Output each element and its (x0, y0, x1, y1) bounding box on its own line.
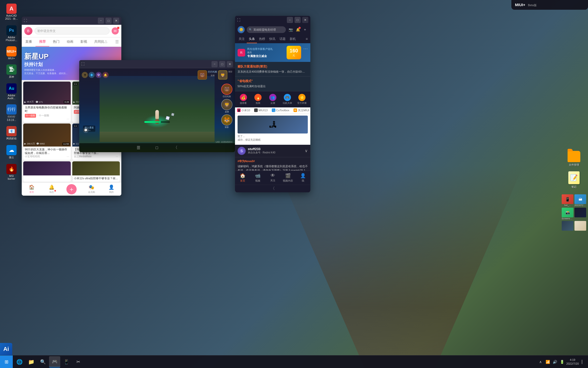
miui-nav-video-btn[interactable]: 📹 视频 (250, 172, 265, 184)
desktop-icon-xingxing[interactable]: 行行 行行行3.8.19... (1, 103, 22, 122)
miui-shortcut-test[interactable]: 👥 众测 (266, 93, 279, 106)
game-maximize-btn[interactable]: □ (219, 61, 225, 67)
miui-tab-topic[interactable]: 话题 (277, 35, 288, 43)
screenshot-5[interactable] (562, 221, 573, 231)
screenshot-1[interactable]: 📱 hot_... (562, 194, 573, 207)
miui-app-tab-follow-miui[interactable]: 👁 关注MIUI (291, 107, 310, 113)
game-menu-btn[interactable]: ☰ (137, 145, 140, 150)
game-enemy-portrait-3[interactable]: 🐯 (221, 114, 232, 126)
miui-shortcut-review[interactable]: ⭐ 官方评测 (295, 93, 309, 106)
bili-nav-vip[interactable]: 🎭 会员购 (81, 184, 101, 194)
taskbar-phone[interactable]: 📱 (61, 356, 72, 367)
game-skill-4[interactable]: 🔔 (102, 72, 109, 78)
tray-volume-icon[interactable]: 🔊 (552, 359, 558, 365)
taskbar-clock[interactable]: 4:19 2022/7/20 (566, 358, 579, 365)
miui-add-icon[interactable]: ＋ (302, 27, 308, 32)
game-home-btn[interactable]: □ (156, 146, 158, 150)
miui-chat-collapse-btn[interactable]: ∨ (305, 148, 308, 153)
bili-tab-resist[interactable]: 共同抗△ (91, 37, 111, 47)
miui-tab-flash[interactable]: 快讯 (267, 35, 277, 43)
bili-video-card-5[interactable] (23, 161, 71, 182)
miui-nav-follow-btn[interactable]: 👁 关注 (265, 172, 280, 184)
miui-app-tab-miui13[interactable]: ⬛ MIUI13 (252, 107, 269, 113)
miui-tab-follow[interactable]: 关注 (237, 35, 247, 43)
bili-video-card-3[interactable]: ▶266.5万 💬6992 11:55 98斤的巨大龙羹，神小伙一顿操作猛如虎，… (23, 124, 71, 160)
taskbar-search[interactable]: 🔍 (37, 356, 49, 367)
desktop-icon-file-manager[interactable]: 文件管理 (565, 151, 583, 169)
game-chat-bubble[interactable]: 💬 (83, 127, 89, 133)
bili-tab-hot[interactable]: 热门 (49, 37, 63, 47)
miui-window-back-btn[interactable]: 〈 (271, 186, 275, 191)
bili-nav-dynamic[interactable]: 🔔 动态 (42, 184, 62, 194)
miui-minimize-btn[interactable]: － (287, 17, 293, 23)
win-expand-icon-miui[interactable]: ⛶ (237, 18, 240, 22)
bili-tab-film[interactable]: 影视 (77, 37, 91, 47)
taskbar-snip[interactable]: ✂ (73, 356, 84, 367)
desktop-icon-weiyun[interactable]: ☁ 微云 (1, 144, 22, 160)
miui-article-1[interactable]: 🏞 觉了...成功，保证充足睡眠 (235, 114, 310, 144)
miui-nav-home-btn[interactable]: 🏠 首页 (235, 172, 250, 184)
bili-tab-live[interactable]: 直播 (22, 37, 36, 47)
desktop-icon-email[interactable]: 📧 网易邮箱 (1, 125, 22, 141)
win-expand-icon[interactable]: ⛶ (24, 19, 27, 23)
miui-close-btn[interactable]: ✕ (302, 17, 308, 23)
bili-nav-add[interactable]: ＋ (62, 184, 81, 194)
game-close-btn[interactable]: ✕ (227, 61, 233, 67)
game-back-btn[interactable]: 〈 (173, 145, 178, 150)
desktop-icon-msiburner[interactable]: 🔥 MSIburner (1, 163, 22, 181)
taskbar-explorer[interactable]: 📁 (26, 356, 37, 367)
bili-user-avatar[interactable]: B (24, 27, 32, 35)
bili-search-bar[interactable]: 初中语文作文 (34, 27, 110, 35)
win-expand-icon-game[interactable]: ⛶ (81, 62, 85, 66)
desktop-icon-audition[interactable]: Au AdobeAudit... (1, 82, 22, 101)
miui-nav-me-btn[interactable]: 👤 我 (295, 172, 310, 184)
screenshot-2[interactable]: 🏔 20220720_2... (574, 194, 586, 207)
bili-maximize-btn[interactable]: □ (105, 18, 112, 24)
game-enemy-portrait-1[interactable]: 🐻 (221, 84, 232, 95)
game-skill-2[interactable]: 💠 (89, 72, 95, 78)
taskbar-start-button[interactable]: ⊞ (0, 355, 13, 368)
bili-minimize-btn[interactable]: － (98, 18, 104, 24)
game-minimize-btn[interactable]: － (211, 61, 218, 67)
desktop-icon-nzip[interactable]: 🗜 原神 (1, 63, 22, 80)
bili-tab-recommend[interactable]: 推荐 (36, 37, 49, 47)
miui-ad-banner[interactable]: 民 民生信用卡新客户送礼 最高 专属微信立减金 160 元 ⋯ (235, 43, 310, 62)
desktop-icon-photoshop[interactable]: Ps AdobePhotosh... (1, 24, 22, 43)
tray-show-desktop-icon[interactable]: ▏ (580, 359, 586, 365)
miui-shortcut-hot[interactable]: 🔥 热闻 (251, 93, 265, 106)
taskbar-steam[interactable]: 🎮 (49, 356, 60, 367)
screenshot-3[interactable]: 📸 Screenshot... (562, 208, 573, 220)
taskbar-edge[interactable]: 🌐 (14, 356, 25, 367)
miui-tab-more-icon[interactable]: ≡ (305, 35, 309, 43)
tray-battery-icon[interactable]: 🔋 (559, 359, 565, 365)
bili-add-icon[interactable]: ＋ (66, 184, 77, 194)
bili-close-btn[interactable]: ✕ (113, 18, 119, 24)
bili-video-card-1[interactable]: ▶48.6万 💬171 0:28 当男朋友每晚翻身你仍想被抱着睡时 十一假期 ·… (23, 82, 71, 122)
miui-maximize-btn[interactable]: □ (295, 17, 301, 23)
game-enemy-portrait-2[interactable]: 🦁 (221, 99, 232, 110)
miui-scan-icon[interactable]: 📷 (288, 27, 293, 32)
bili-nav-mine[interactable]: 👤 我的 (101, 184, 121, 194)
screenshot-6[interactable] (574, 221, 586, 231)
desktop-icon-autocad[interactable]: A AutoCAD2021 - 简... (1, 3, 22, 22)
miui-tab-newphone[interactable]: 新机 (288, 35, 298, 43)
game-skill-1[interactable]: 🗡 (82, 72, 88, 78)
desktop-icon-miui[interactable]: MIUI+ MIUI+ (1, 45, 22, 61)
bili-tab-anime[interactable]: 动画 (63, 37, 77, 47)
tray-chevron-icon[interactable]: ∧ (538, 359, 543, 365)
screenshot-4[interactable] (574, 208, 586, 220)
miui-ad-more-btn[interactable]: ⋯ (303, 46, 308, 51)
bili-nav-home[interactable]: 🏠 首页 (22, 184, 42, 194)
miui-app-tab-cutoolbox[interactable]: 🔧 CuToolbox (270, 107, 291, 113)
miui-tab-hot[interactable]: 热榜 (257, 35, 267, 43)
bili-mail-icon[interactable]: ✉ (112, 27, 119, 35)
miui-shortcut-expert[interactable]: 🎮 玩机大神 (280, 93, 294, 106)
miui-nav-content-btn[interactable]: 🎬 视频内容 (280, 172, 295, 184)
bili-back-btn[interactable]: 〈 (69, 176, 74, 182)
miui-tab-headline[interactable]: 头条 (247, 35, 257, 43)
miui-app-tab-xiaomi10[interactable]: 📱 小米10 (235, 107, 252, 113)
bili-video-card-6[interactable]: 小米12s ultra拍照够不够专业？候... (72, 161, 120, 182)
miui-bell-icon[interactable]: 🔔 (295, 27, 301, 32)
tray-network-icon[interactable]: 📶 (545, 359, 550, 365)
game-skill-3[interactable]: 🔮 (96, 72, 102, 78)
